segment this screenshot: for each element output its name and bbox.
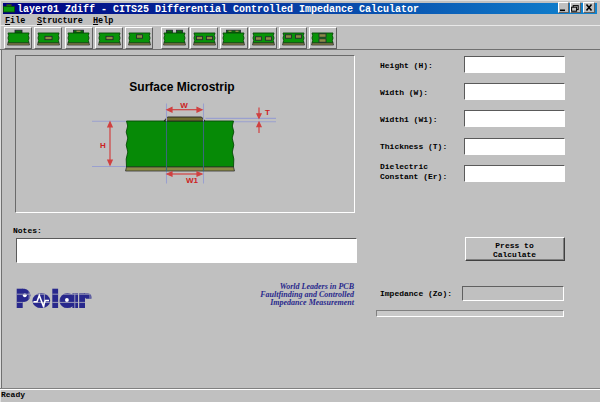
- svg-text:W: W: [180, 101, 188, 110]
- svg-text:H: H: [100, 141, 106, 150]
- svg-text:T: T: [265, 108, 270, 117]
- svg-text:W1: W1: [186, 176, 199, 185]
